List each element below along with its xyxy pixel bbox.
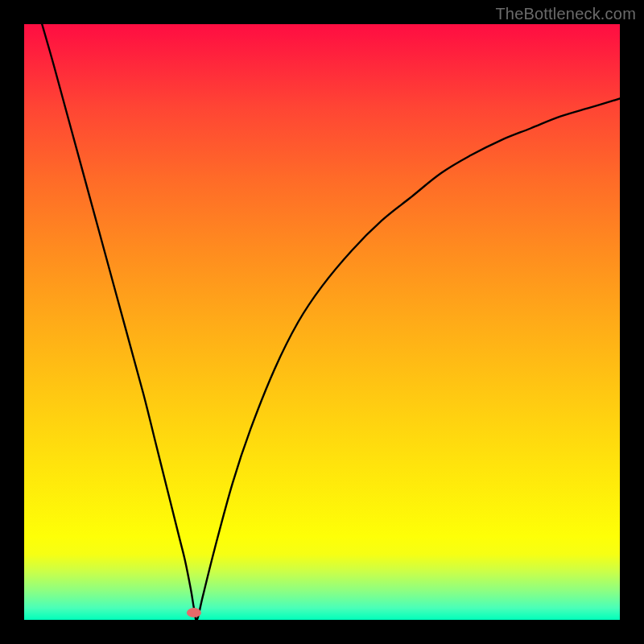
chart-frame: TheBottleneck.com: [0, 0, 644, 644]
curve-svg: [24, 24, 620, 620]
watermark-text: TheBottleneck.com: [495, 5, 636, 23]
bottleneck-curve-path: [42, 24, 620, 620]
plot-area: [24, 24, 620, 620]
minimum-marker: [187, 608, 201, 617]
